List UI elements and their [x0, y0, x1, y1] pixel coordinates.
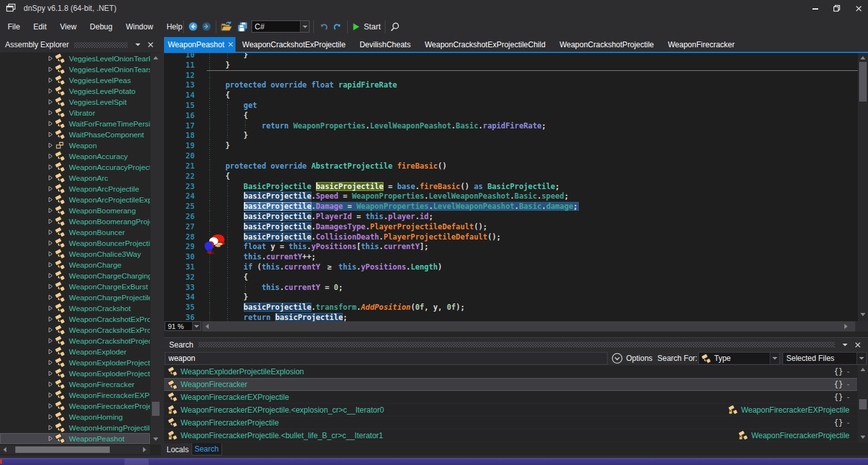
tree-item-WeaponCrackshotExProjectile[interactable]: WeaponCrackshotExProjectile [0, 314, 150, 324]
expander-icon[interactable] [48, 218, 54, 224]
tree-item-WeaponCharge[interactable]: WeaponCharge [0, 259, 150, 270]
taskbar-strip[interactable] [0, 458, 868, 465]
tree-item-VeggiesLevelPeas[interactable]: VeggiesLevelPeas [0, 75, 150, 86]
editor-tab-WeaponFirecracker[interactable]: WeaponFirecracker [661, 37, 741, 52]
tree-item-VeggiesLevelSpit[interactable]: VeggiesLevelSpit [0, 96, 150, 107]
expander-icon[interactable] [48, 349, 54, 354]
tree-item-WeaponAccuracyProjectile[interactable]: WeaponAccuracyProjectile [0, 162, 150, 172]
tree-item-WeaponBouncer[interactable]: WeaponBouncer [0, 227, 150, 238]
tree-item-Vibrator[interactable]: Vibrator [0, 107, 150, 118]
menu-window[interactable]: Window [126, 18, 153, 36]
start-button[interactable]: Start [350, 19, 382, 34]
expander-icon[interactable] [48, 273, 54, 278]
search-panel-header[interactable]: Search [164, 337, 868, 351]
expander-icon[interactable] [48, 327, 54, 333]
expander-icon[interactable] [48, 338, 54, 344]
expander-icon[interactable] [48, 436, 54, 441]
tree-item-Weapon[interactable]: Weapon [0, 140, 150, 151]
save-all-button[interactable] [235, 19, 250, 34]
tree-item-WeaponBoomerang[interactable]: WeaponBoomerang [0, 205, 150, 216]
editor-tab-DevilishCheats[interactable]: DevilishCheats [352, 37, 417, 52]
code-line-16[interactable]: 16 { [164, 111, 858, 121]
tree-vertical-scrollbar[interactable] [151, 53, 161, 445]
tree-item-WeaponExploderProjectile[interactable]: WeaponExploderProjectile [0, 357, 150, 368]
open-button[interactable] [219, 19, 235, 34]
code-editor[interactable]: 10 }11 }1213 protected override float ra… [164, 53, 858, 321]
back-button[interactable] [186, 19, 200, 34]
code-line-25[interactable]: 25 basicProjectile.Damage = WeaponProper… [164, 201, 858, 211]
expander-icon[interactable] [48, 392, 54, 398]
expander-icon[interactable] [48, 305, 54, 311]
expander-icon[interactable] [48, 110, 54, 116]
scroll-up-arrow[interactable] [860, 56, 865, 59]
results-scrollbar-thumb[interactable] [859, 399, 867, 409]
expander-icon[interactable] [48, 381, 54, 387]
expander-icon[interactable] [48, 262, 54, 268]
expander-icon[interactable] [48, 425, 54, 431]
pane-menu-button[interactable] [133, 40, 143, 49]
code-line-30[interactable]: 30 this.currentY++; [164, 252, 858, 262]
expander-icon[interactable] [48, 403, 54, 409]
tree-item-WeaponChalice3Way[interactable]: WeaponChalice3Way [0, 248, 150, 259]
editor-tab-WeaponCrackshotProjectile[interactable]: WeaponCrackshotProjectile [553, 37, 661, 52]
tree-item-WaitForFrameTimePersistent[interactable]: WaitForFrameTimePersistent [0, 118, 150, 129]
type-dropdown-button[interactable] [770, 353, 779, 364]
tree-item-WeaponFirecracker[interactable]: WeaponFirecracker [0, 379, 150, 390]
expander-icon[interactable] [48, 175, 54, 181]
expander-icon[interactable] [48, 414, 54, 420]
tree-item-WeaponHoming[interactable]: WeaponHoming [0, 411, 150, 422]
title-bar[interactable]: dnSpy v6.1.8 (64-bit, .NET) [0, 0, 868, 17]
tree-item-WeaponExploder[interactable]: WeaponExploder [0, 346, 150, 357]
search-result-WeaponFirecrackerEXProjectile.<explosion_cr>c__Iterator0[interactable]: WeaponFirecrackerEXProjectile.<explosion… [164, 404, 857, 416]
tree-item-WeaponCrackshotExProjectileChild[interactable]: WeaponCrackshotExProjectileChild [0, 324, 150, 335]
search-result-WeaponFirecrackerProjectile.<bullet_life_B_cr>c__Iterator1[interactable]: WeaponFirecrackerProjectile.<bullet_life… [164, 429, 857, 442]
search-input[interactable] [165, 352, 608, 365]
code-line-13[interactable]: 13 protected override float rapidFireRat… [164, 80, 858, 90]
tree-item-WeaponArcProjectile[interactable]: WeaponArcProjectile [0, 183, 150, 194]
tree-item-WeaponChargeExBurst[interactable]: WeaponChargeExBurst [0, 281, 150, 292]
code-line-32[interactable]: 32 { [164, 272, 858, 282]
code-line-29[interactable]: 29 float y = this.yPositions[this.curren… [164, 241, 858, 252]
tree-item-WeaponChargeProjectile[interactable]: WeaponChargeProjectile [0, 292, 150, 303]
tree-item-WeaponCrackshot[interactable]: WeaponCrackshot [0, 303, 150, 314]
search-result-WeaponExploderProjectileExplosion[interactable]: WeaponExploderProjectileExplosion{}- [164, 365, 857, 378]
scroll-right-arrow[interactable] [844, 324, 848, 329]
tab-close-button[interactable] [228, 42, 234, 47]
menu-debug[interactable]: Debug [90, 18, 112, 36]
tree-horizontal-scrollbar[interactable] [0, 445, 150, 454]
tree-item-WeaponCrackshotProjectile[interactable]: WeaponCrackshotProjectile [0, 335, 150, 346]
code-line-35[interactable]: 35 basicProjectile.transform.AddPosition… [164, 302, 858, 312]
tool-tab-search[interactable]: Search [191, 443, 222, 455]
scroll-down-arrow[interactable] [860, 436, 865, 439]
scroll-left-arrow[interactable] [3, 447, 6, 452]
expander-icon[interactable] [48, 142, 54, 148]
tree-item-WeaponBouncerProjectile[interactable]: WeaponBouncerProjectile [0, 238, 150, 248]
undo-button[interactable] [317, 19, 331, 34]
code-line-27[interactable]: 27 basicProjectile.DamagesType.PlayerPro… [164, 222, 858, 232]
code-line-31[interactable]: 31 if (this.currentY ≥ this.yPositions.L… [164, 262, 858, 272]
code-line-24[interactable]: 24 basicProjectile.Speed = WeaponPropert… [164, 191, 858, 201]
pane-menu-button[interactable] [840, 340, 850, 349]
code-line-22[interactable]: 22 { [164, 171, 858, 181]
expander-icon[interactable] [48, 284, 54, 289]
search-assemblies-button[interactable] [388, 19, 402, 34]
pane-close-button[interactable] [146, 40, 156, 49]
language-dropdown-button[interactable] [300, 21, 309, 32]
menu-help[interactable]: Help [167, 18, 183, 36]
tree-hscrollbar-thumb[interactable] [15, 446, 110, 453]
menu-file[interactable]: File [8, 18, 20, 36]
tree-item-WeaponExploderProjectileExplosion[interactable]: WeaponExploderProjectileExplosion [0, 368, 150, 379]
tree-item-WaitPhaseComponent[interactable]: WaitPhaseComponent [0, 129, 150, 140]
code-line-14[interactable]: 14 { [164, 90, 858, 100]
code-line-12[interactable]: 12 [164, 70, 858, 80]
tree-item-WeaponAccuracy[interactable]: WeaponAccuracy [0, 151, 150, 162]
expander-icon[interactable] [48, 316, 54, 322]
expander-icon[interactable] [48, 251, 54, 257]
code-line-11[interactable]: 11 } [164, 60, 858, 70]
minimize-button[interactable] [806, 3, 825, 14]
expander-icon[interactable] [48, 132, 54, 137]
tree-scrollbar-thumb[interactable] [152, 402, 160, 416]
editor-tab-WeaponCrackshotExProjectileChild[interactable]: WeaponCrackshotExProjectileChild [417, 37, 552, 52]
scroll-left-arrow[interactable] [206, 324, 209, 329]
code-line-17[interactable]: 17 return WeaponProperties.LevelWeaponPe… [164, 121, 858, 131]
